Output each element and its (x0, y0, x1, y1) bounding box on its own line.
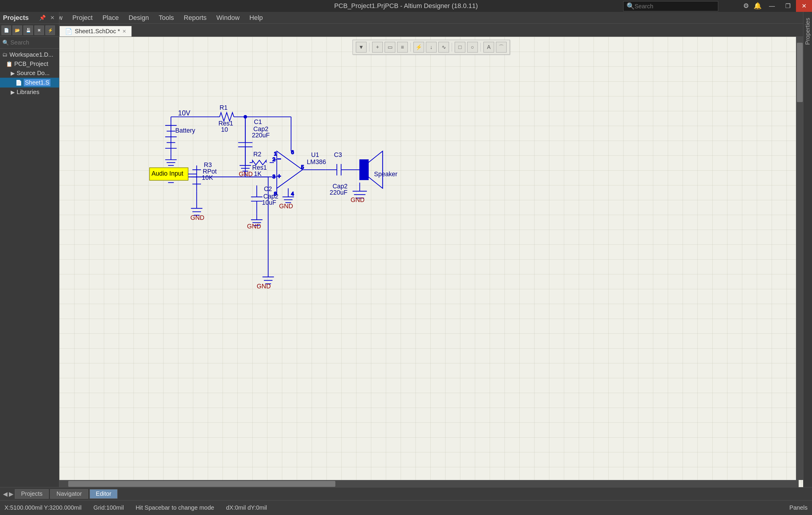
navigator-bottom-tab[interactable]: Navigator (50, 489, 88, 499)
projects-tab-label: Projects (21, 490, 42, 497)
svg-text:10: 10 (221, 126, 228, 133)
svg-text:LM386: LM386 (307, 158, 326, 165)
power-button[interactable]: ⚡ (413, 42, 424, 53)
source-expand-icon: ▶ (11, 70, 15, 77)
bell-icon[interactable]: 🔔 (754, 2, 761, 10)
search-icon: 🔍 (627, 2, 635, 10)
arc-button[interactable]: ⌒ (496, 42, 506, 53)
bottom-right-arrow[interactable]: ▶ (9, 490, 13, 497)
properties-label[interactable]: Properties (804, 18, 811, 45)
title-search-input[interactable] (635, 3, 709, 10)
horizontal-scrollbar[interactable] (59, 480, 799, 487)
tree-item-libraries[interactable]: ▶ Libraries (0, 88, 59, 97)
vscroll-thumb[interactable] (797, 43, 803, 102)
coordinates-display: X:5100.000mil Y:3200.000mil (4, 504, 82, 511)
filter-button[interactable]: ▼ (356, 42, 367, 53)
close-button[interactable]: ✕ (796, 0, 812, 12)
menu-item-tools[interactable]: Tools (155, 13, 178, 23)
tab-close-button[interactable]: ✕ (122, 28, 126, 34)
wave-button[interactable]: ∿ (438, 42, 449, 53)
tree-item-pcb-project[interactable]: 📋 PCB_Project (0, 59, 59, 68)
tree-item-sheet1[interactable]: 📄 Sheet1.S (0, 78, 59, 88)
hscroll-thumb[interactable] (68, 481, 336, 487)
schematic-svg: − + 5 2 3 1 6 8 4 (59, 37, 803, 494)
menu-item-window[interactable]: Window (212, 13, 244, 23)
properties-panel: Properties (803, 12, 812, 500)
restore-button[interactable]: ❐ (780, 0, 796, 12)
svg-text:C2: C2 (264, 185, 272, 192)
grid-display: Grid:100mil (93, 504, 124, 511)
libraries-expand-icon: ▶ (11, 89, 15, 95)
window-controls: — ❐ ✕ (764, 0, 812, 12)
tab-icon: 📄 (65, 28, 72, 35)
title-icons: ⚙ 🔔 (743, 2, 761, 10)
pcb-project-icon: 📋 (6, 61, 12, 67)
bottom-left-arrow[interactable]: ◀ (3, 490, 7, 497)
bottom-tabs: ◀ ▶ Projects Navigator Editor (0, 487, 812, 500)
svg-text:1K: 1K (254, 170, 261, 177)
align-button[interactable]: ≡ (397, 42, 408, 53)
close-doc-button[interactable]: ✖ (34, 26, 44, 35)
menu-item-place[interactable]: Place (98, 13, 123, 23)
down-button[interactable]: ↓ (426, 42, 437, 53)
tabbar: 📄 Sheet1.SchDoc * ✕ (59, 24, 803, 37)
svg-text:C3: C3 (334, 151, 342, 158)
editor-bottom-tab[interactable]: Editor (90, 489, 118, 499)
sheet-icon: 📄 (16, 80, 22, 86)
svg-text:1: 1 (274, 151, 277, 157)
pcb-project-label: PCB_Project (14, 61, 48, 67)
square-button[interactable]: □ (455, 42, 465, 53)
svg-text:10uF: 10uF (262, 199, 276, 206)
vertical-scrollbar[interactable] (796, 37, 803, 480)
svg-text:4: 4 (291, 191, 294, 197)
projects-bottom-tab[interactable]: Projects (15, 489, 49, 499)
svg-text:R3: R3 (204, 161, 212, 168)
svg-text:Battery: Battery (175, 127, 195, 134)
circle-button[interactable]: ○ (467, 42, 478, 53)
rect-button[interactable]: ▭ (385, 42, 395, 53)
save-button[interactable]: 💾 (24, 26, 33, 35)
svg-marker-67 (368, 151, 382, 188)
menu-item-reports[interactable]: Reports (179, 13, 211, 23)
panel-header: Projects 📌 ✕ (0, 12, 59, 24)
menu-item-design[interactable]: Design (124, 13, 153, 23)
add-button[interactable]: + (372, 42, 383, 53)
project-tree: 🗂 Workspace1.D... 📋 PCB_Project ▶ Source… (0, 49, 59, 500)
workspace-label: Workspace1.D... (9, 51, 53, 58)
svg-text:RPot: RPot (203, 168, 216, 175)
tree-item-workspace[interactable]: 🗂 Workspace1.D... (0, 50, 59, 59)
svg-text:R1: R1 (220, 104, 228, 111)
minimize-button[interactable]: — (764, 0, 780, 12)
menu-item-project[interactable]: Project (68, 13, 97, 23)
svg-text:10V: 10V (178, 109, 191, 117)
sheet1-tab[interactable]: 📄 Sheet1.SchDoc * ✕ (59, 26, 132, 36)
toolbar-separator-2 (410, 43, 411, 52)
svg-text:GND: GND (279, 203, 293, 209)
compile-button[interactable]: ⚡ (46, 26, 55, 35)
svg-text:GND: GND (239, 171, 253, 177)
panel-toolbar: 📄 📂 💾 ✖ ⚡ (0, 24, 59, 37)
canvas-toolbar: ▼ + ▭ ≡ ⚡ ↓ ∿ □ ○ A ⌒ (353, 40, 510, 55)
sheet-label: Sheet1.S (24, 79, 51, 86)
schematic-canvas[interactable]: ▼ + ▭ ≡ ⚡ ↓ ∿ □ ○ A ⌒ (59, 37, 803, 494)
panel-pin-button[interactable]: 📌 (38, 14, 47, 22)
new-doc-button[interactable]: 📄 (1, 26, 11, 35)
open-button[interactable]: 📂 (12, 26, 22, 35)
svg-text:5: 5 (301, 164, 304, 170)
tree-item-source[interactable]: ▶ Source Do... (0, 68, 59, 78)
statusbar: X:5100.000mil Y:3200.000mil Grid:100mil … (0, 500, 812, 515)
workspace-icon: 🗂 (2, 52, 8, 58)
svg-text:GND: GND (257, 283, 271, 290)
title-search-area[interactable]: 🔍 (623, 1, 718, 11)
svg-text:10K: 10K (202, 174, 213, 181)
text-button[interactable]: A (484, 42, 494, 53)
svg-text:GND: GND (350, 196, 365, 203)
menu-item-help[interactable]: Help (245, 13, 267, 23)
panels-button[interactable]: Panels (789, 504, 808, 511)
panel-close-button[interactable]: ✕ (49, 14, 56, 22)
projects-panel: Projects 📌 ✕ 📄 📂 💾 ✖ ⚡ 🔍 🗂 Workspace1.D.… (0, 12, 59, 500)
svg-text:220uF: 220uF (330, 189, 348, 196)
settings-icon[interactable]: ⚙ (743, 2, 749, 10)
editor-tab-label: Editor (96, 490, 111, 497)
hint-display: Hit Spacebar to change mode (136, 504, 214, 511)
